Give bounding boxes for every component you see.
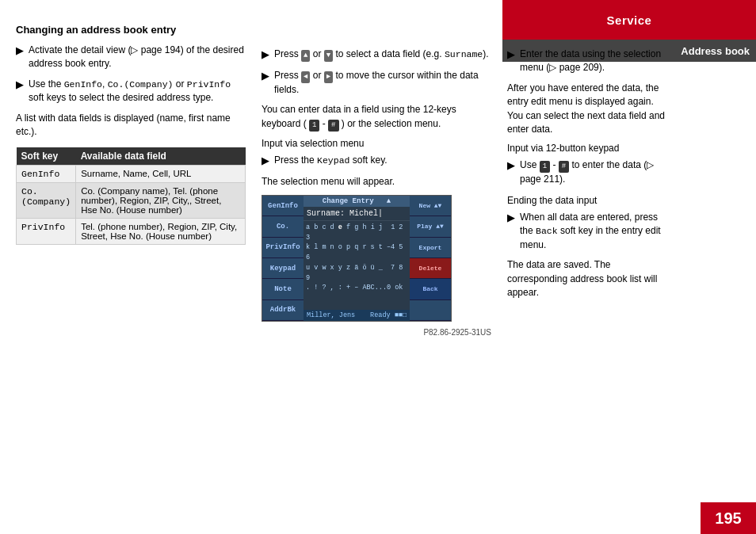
mid-bullet-text-1: Press ▲ or ▼ to select a data field (e.g… [274,48,491,63]
para-list-intro: A list with data fields is displayed (na… [16,112,246,139]
right-bullet-arrow-3: ▶ [507,211,515,252]
bullet-arrow-1: ▶ [16,44,24,71]
rightkey-new: New ▲▼ [410,196,451,216]
mid-bullet-arrow-2: ▶ [262,69,269,97]
mid-bullet-arrow-3: ▶ [262,154,269,169]
main-content: Changing an address book entry ▶ Activat… [0,0,756,534]
display-ready-status: Ready ■■□ [370,311,407,319]
display-surname: Surname: Michel| [304,207,410,221]
mid-para-1: You can enter data in a field using the … [262,103,491,131]
table-header-datafield: Available data field [76,147,246,166]
display-caption: P82.86-2925-31US [262,328,491,337]
display-keyboard: a b c d e f g h i j 1 2 3 k l m n o p q … [304,221,410,295]
right-para-2: The data are saved. The corresponding ad… [507,258,666,299]
right-key-column: New ▲▼ Play ▲▼ Export Delete Back [410,196,451,321]
table-row: GenInfo Surname, Name, Cell, URL [17,165,246,182]
right-bullet-text-1: Enter the data using the selection menu … [520,48,666,75]
table-row: Co.(Company) Co. (Company name), Tel. (p… [17,182,246,218]
bullet-arrow-2: ▶ [16,78,24,105]
table-header-softkey: Soft key [17,147,76,166]
bullet-text-1: Activate the detail view (▷ page 194) of… [29,44,246,71]
right-bullet-arrow-1: ▶ [507,48,515,75]
rightkey-back: Back [410,279,451,299]
bullet-text-2: Use the GenInfo, Co.(Company) or PrivInf… [29,78,246,105]
right-para-1: After you have entered the data, the ent… [507,82,666,137]
table-cell-key-1: GenInfo [17,165,76,182]
mid-para-2: The selection menu will appear. [262,175,491,189]
softkey-geninfo: GenInfo [262,196,304,216]
soft-key-column: GenInfo Co. PrivInfo Keypad Note AddrBk [262,196,304,321]
right-bullet-text-2: Use 1 - # to enter the data (▷ page 211)… [520,158,666,186]
softkey-keypad: Keypad [262,258,304,279]
rightkey-delete: Delete [410,258,451,279]
softkey-note: Note [262,279,304,299]
mid-bullet-text-2: Press ◄ or ► to move the cursor within t… [274,69,491,97]
section-title: Changing an address book entry [16,24,246,36]
left-column: Changing an address book entry ▶ Activat… [16,24,262,337]
mid-bullet-1: ▶ Press ▲ or ▼ to select a data field (e… [262,48,491,63]
rightkey-empty [410,300,451,321]
mid-bullet-2: ▶ Press ◄ or ► to move the cursor within… [262,69,491,97]
soft-key-table: Soft key Available data field GenInfo Su… [16,147,246,245]
softkey-privinfo: PrivInfo [262,238,304,258]
rightkey-play: Play ▲▼ [410,216,451,237]
middle-column: ▶ Press ▲ or ▼ to select a data field (e… [262,24,507,337]
softkey-addrbk: AddrBk [262,300,304,321]
right-bullet-3: ▶ When all data are entered, press the B… [507,211,666,252]
mid-bullet-text-3: Press the Keypad soft key. [274,154,491,169]
table-cell-val-3: Tel. (phone number), Region, ZIP, City, … [76,218,246,244]
display-bottom: Miller, Jens Ready ■■□ [304,310,410,321]
softkey-co: Co. [262,216,304,237]
rightkey-export: Export [410,238,451,258]
bullet-1: ▶ Activate the detail view (▷ page 194) … [16,44,246,71]
display-title: Change Entry ▲ [304,196,410,207]
right-bullet-2: ▶ Use 1 - # to enter the data (▷ page 21… [507,158,666,186]
bullet-2: ▶ Use the GenInfo, Co.(Company) or PrivI… [16,78,246,105]
mid-bullet-arrow-1: ▶ [262,48,269,63]
table-cell-val-1: Surname, Name, Cell, URL [76,165,246,182]
right-bullet-1: ▶ Enter the data using the selection men… [507,48,666,75]
device-display: GenInfo Co. PrivInfo Keypad Note AddrBk … [262,195,452,322]
input-12btn-label: Input via 12-button keypad [507,143,666,154]
ending-input-label: Ending the data input [507,195,666,206]
right-bullet-arrow-2: ▶ [507,158,515,186]
right-bullet-text-3: When all data are entered, press the Bac… [520,211,666,252]
display-bottom-name: Miller, Jens [307,311,355,319]
input-selection-label: Input via selection menu [262,138,491,149]
table-cell-key-3: PrivInfo [17,218,76,244]
table-cell-key-2: Co.(Company) [17,182,76,218]
table-row: PrivInfo Tel. (phone number), Region, ZI… [17,218,246,244]
display-main-area: Change Entry ▲ Surname: Michel| a b c d … [304,196,410,321]
right-column: ▶ Enter the data using the selection men… [507,24,737,337]
table-cell-val-2: Co. (Company name), Tel. (phone number),… [76,182,246,218]
mid-bullet-3: ▶ Press the Keypad soft key. [262,154,491,169]
